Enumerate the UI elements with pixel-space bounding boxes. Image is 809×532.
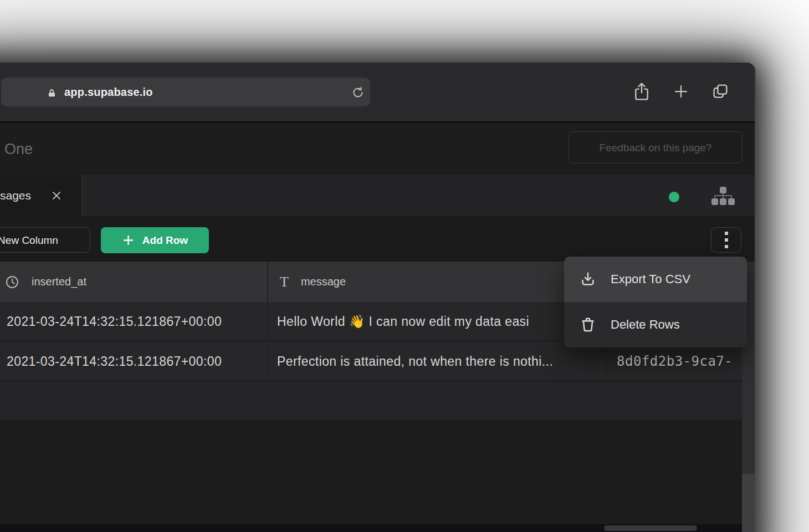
project-name: One	[4, 124, 33, 175]
new-column-button[interactable]: New Column	[0, 227, 90, 253]
add-row-label: Add Row	[142, 234, 188, 247]
empty-row-strip[interactable]	[0, 381, 742, 421]
screenshot-stage: app.supabase.io	[0, 0, 809, 532]
feedback-button[interactable]: Feedback on this page?	[569, 131, 743, 163]
column-label: inserted_at	[32, 275, 86, 288]
menu-item-label: Export To CSV	[611, 272, 690, 287]
grid-options-button[interactable]	[711, 227, 741, 253]
reload-icon[interactable]	[351, 86, 365, 99]
horizontal-scrollbar-thumb[interactable]	[604, 525, 697, 531]
column-header-inserted-at[interactable]: inserted_at	[5, 262, 86, 302]
add-row-button[interactable]: Add Row	[101, 227, 209, 253]
column-header-message[interactable]: T message	[280, 262, 346, 302]
vertical-scrollbar-thumb[interactable]	[742, 474, 755, 532]
clock-icon	[5, 275, 19, 289]
browser-window: app.supabase.io	[0, 63, 756, 532]
menu-item-export-csv[interactable]: Export To CSV	[564, 257, 747, 302]
lock-icon	[47, 87, 57, 99]
share-icon[interactable]	[633, 81, 651, 103]
cell-message[interactable]: Perfection is attained, not when there i…	[277, 342, 605, 381]
cell-inserted-at[interactable]: 2021-03-24T14:32:15.121867+00:00	[7, 302, 264, 341]
active-table-tab[interactable]: sages	[0, 175, 82, 216]
schema-visualizer-icon[interactable]	[711, 186, 735, 207]
close-icon[interactable]	[50, 189, 63, 202]
tab-overview-icon[interactable]	[711, 83, 729, 100]
column-divider[interactable]	[267, 262, 268, 421]
tab-label: sages	[0, 175, 31, 216]
tab-bar	[0, 175, 756, 216]
cell-id[interactable]: 8d0fd2b3-9ca7-	[617, 342, 742, 381]
url-text: app.supabase.io	[64, 78, 153, 106]
connection-status-dot	[669, 192, 679, 202]
grid-options-menu: Export To CSV Delete Rows	[564, 257, 747, 347]
kebab-menu-icon	[724, 231, 729, 249]
menu-item-label: Delete Rows	[611, 318, 680, 332]
cell-inserted-at[interactable]: 2021-03-24T14:32:15.121867+00:00	[7, 342, 264, 381]
column-label: message	[301, 275, 346, 288]
cell-message[interactable]: Hello World 👋 I can now edit my data eas…	[277, 302, 605, 341]
browser-chrome: app.supabase.io	[0, 63, 756, 122]
plus-icon	[122, 234, 135, 247]
menu-item-delete-rows[interactable]: Delete Rows	[564, 302, 747, 347]
text-type-icon: T	[280, 275, 289, 289]
new-tab-icon[interactable]	[673, 83, 689, 100]
trash-icon	[580, 316, 596, 333]
download-icon	[580, 271, 596, 288]
